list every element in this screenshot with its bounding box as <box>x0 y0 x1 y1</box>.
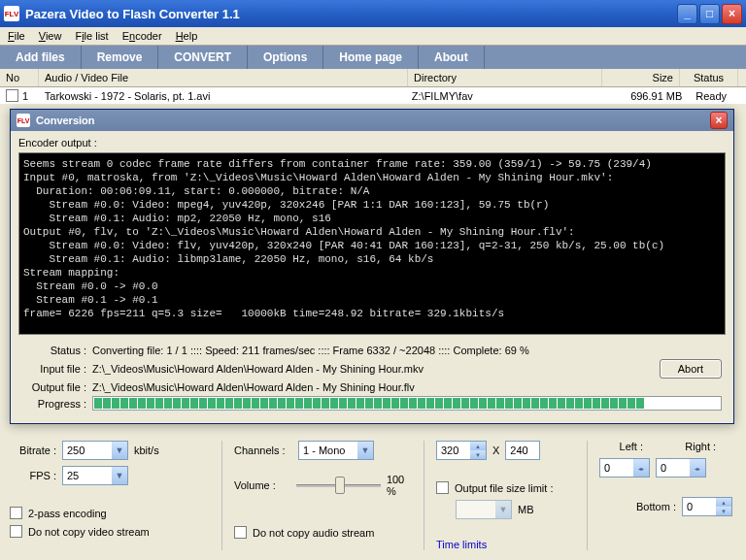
row-no: 1 <box>22 90 28 102</box>
main-titlebar: FLV Pazera Video to Flash Converter 1.1 … <box>0 0 746 27</box>
width-spinner[interactable]: ▲▼ <box>436 441 487 460</box>
right-input[interactable] <box>657 459 690 477</box>
menubar: File View File list Encoder Help <box>0 27 746 46</box>
volume-value: 100 % <box>387 474 416 497</box>
conversion-icon: FLV <box>17 114 30 127</box>
bitrate-combo[interactable]: ▼ <box>62 441 128 460</box>
row-dir: Z:\FILMY\fav <box>412 90 605 102</box>
channels-label: Channels : <box>234 445 292 456</box>
input-file-value: Z:\_Videos\Music\Howard Alden\Howard Ald… <box>92 363 650 375</box>
output-file-value: Z:\_Videos\Music\Howard Alden\Howard Ald… <box>92 381 722 393</box>
output-file-label: Output file : <box>22 381 92 393</box>
chevron-down-icon[interactable]: ▼ <box>357 442 373 459</box>
remove-button[interactable]: Remove <box>82 46 159 69</box>
progress-label: Progress : <box>22 398 92 410</box>
input-file-label: Input file : <box>22 363 92 375</box>
no-audio-label: Do not copy audio stream <box>253 527 374 539</box>
maximize-button[interactable]: □ <box>699 4 720 24</box>
toolbar: Add files Remove CONVERT Options Home pa… <box>0 46 746 69</box>
app-icon: FLV <box>4 6 19 21</box>
bottom-input[interactable] <box>683 498 716 515</box>
col-file[interactable]: Audio / Video File <box>39 69 408 86</box>
mb-label: MB <box>518 504 534 515</box>
no-video-label: Do not copy video stream <box>28 526 150 538</box>
close-button[interactable]: × <box>722 4 742 24</box>
time-limits-link[interactable]: Time limits <box>436 539 579 550</box>
bottom-label: Bottom : <box>636 501 676 512</box>
twopass-checkbox[interactable] <box>10 507 22 519</box>
window-title: Pazera Video to Flash Converter 1.1 <box>25 7 677 21</box>
bitrate-input[interactable] <box>63 442 112 459</box>
col-no[interactable]: No <box>0 69 39 86</box>
conversion-title: Conversion <box>36 115 710 126</box>
options-button[interactable]: Options <box>248 46 323 69</box>
convert-button[interactable]: CONVERT <box>158 46 248 69</box>
minimize-button[interactable]: _ <box>677 4 697 24</box>
encoder-output-label: Encoder output : <box>18 135 726 152</box>
menu-file[interactable]: File <box>8 30 25 42</box>
file-row[interactable]: 1 Tarkowski - 1972 - Solaris, pt. 1.avi … <box>0 87 746 105</box>
menu-help[interactable]: Help <box>176 30 198 42</box>
bitrate-unit: kbit/s <box>134 445 159 456</box>
chevron-down-icon[interactable]: ▼ <box>112 467 127 484</box>
conversion-dialog: FLV Conversion × Encoder output : Seems … <box>10 109 734 424</box>
no-audio-checkbox[interactable] <box>234 526 247 539</box>
fps-combo[interactable]: ▼ <box>62 466 128 485</box>
bottom-spinner[interactable]: ▲▼ <box>682 497 732 516</box>
settings-area: Bitrate : ▼ kbit/s FPS : ▼ 2-pass encodi… <box>0 437 746 560</box>
col-status[interactable]: Status <box>680 69 738 86</box>
twopass-label: 2-pass encoding <box>28 508 107 519</box>
x-label: X <box>492 445 499 456</box>
right-spinner[interactable]: ◂▸ <box>656 458 706 478</box>
status-value: Converting file: 1 / 1 :::: Speed: 211 f… <box>92 345 722 356</box>
menu-encoder[interactable]: Encoder <box>122 30 162 42</box>
right-label: Right : <box>669 441 733 452</box>
volume-slider[interactable] <box>296 476 381 495</box>
chevron-down-icon[interactable]: ▼ <box>112 442 127 459</box>
volume-label: Volume : <box>234 479 290 491</box>
conversion-titlebar: FLV Conversion × <box>11 110 733 131</box>
file-list-header: No Audio / Video File Directory Size Sta… <box>0 69 746 87</box>
row-status: Ready <box>682 90 740 102</box>
filesize-checkbox[interactable] <box>436 481 449 494</box>
filesize-combo: ▼ <box>456 500 512 519</box>
left-label: Left : <box>599 441 663 452</box>
add-files-button[interactable]: Add files <box>0 46 82 69</box>
row-file: Tarkowski - 1972 - Solaris, pt. 1.avi <box>45 90 412 102</box>
chevron-down-icon: ▼ <box>495 501 511 518</box>
bitrate-label: Bitrate : <box>10 445 56 456</box>
progress-bar <box>92 396 722 411</box>
no-video-checkbox[interactable] <box>10 525 22 538</box>
abort-button[interactable]: Abort <box>660 359 722 379</box>
left-input[interactable] <box>600 459 633 477</box>
channels-input[interactable] <box>299 442 357 459</box>
height-input[interactable] <box>506 442 539 459</box>
row-checkbox[interactable] <box>6 89 18 102</box>
conversion-close-button[interactable]: × <box>710 112 728 129</box>
height-spinner[interactable] <box>505 441 540 460</box>
about-button[interactable]: About <box>419 46 485 69</box>
menu-view[interactable]: View <box>39 30 62 42</box>
col-size[interactable]: Size <box>602 69 680 86</box>
fps-input[interactable] <box>63 467 112 484</box>
home-page-button[interactable]: Home page <box>323 46 419 69</box>
encoder-console: Seems stream 0 codec frame rate differs … <box>18 152 726 335</box>
width-input[interactable] <box>437 442 470 459</box>
menu-filelist[interactable]: File list <box>75 30 108 42</box>
left-spinner[interactable]: ◂▸ <box>599 458 650 478</box>
col-dir[interactable]: Directory <box>408 69 602 86</box>
status-label: Status : <box>22 345 92 356</box>
row-size: 696.91 MB <box>605 90 683 102</box>
channels-combo[interactable]: ▼ <box>298 441 374 460</box>
filesize-label: Output file size limit : <box>455 482 553 494</box>
fps-label: FPS : <box>10 470 56 481</box>
